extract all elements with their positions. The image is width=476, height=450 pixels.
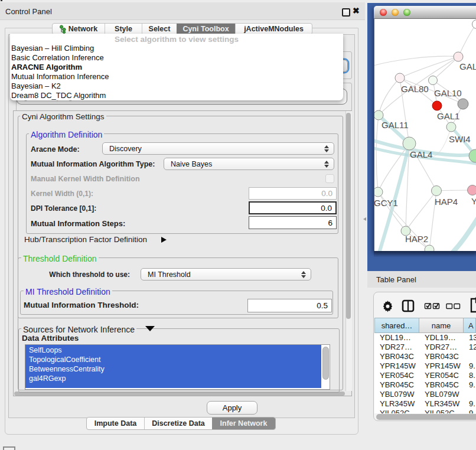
svg-text:GAL4: GAL4 <box>410 149 432 159</box>
svg-text:GAL2: GAL2 <box>459 61 476 71</box>
svg-text:SWI4: SWI4 <box>449 134 471 144</box>
svg-text:GCY1: GCY1 <box>374 198 398 208</box>
svg-text:HAP4: HAP4 <box>435 197 458 207</box>
svg-text:GAL11: GAL11 <box>382 120 409 130</box>
svg-text:GAL1: GAL1 <box>437 111 459 121</box>
svg-text:HAP2: HAP2 <box>405 234 428 244</box>
svg-text:GAL80: GAL80 <box>401 84 429 94</box>
svg-text:GAL10: GAL10 <box>434 88 462 98</box>
svg-text:YJL0: YJL0 <box>471 196 476 206</box>
